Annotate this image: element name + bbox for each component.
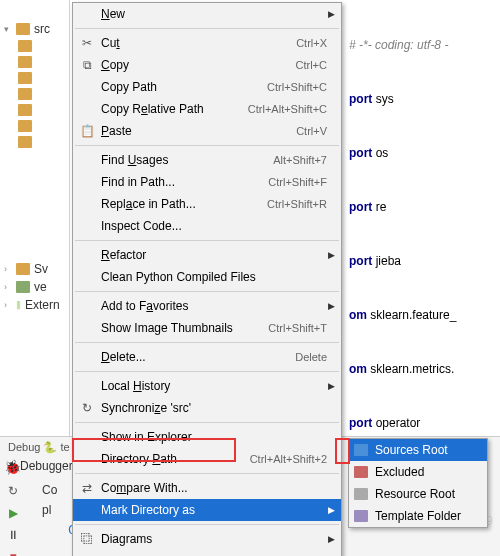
menu-find-in-path[interactable]: Find in Path...Ctrl+Shift+F bbox=[73, 171, 341, 193]
tree-item[interactable]: ›ve bbox=[0, 278, 69, 296]
menu-replace-in-path[interactable]: Replace in Path...Ctrl+Shift+R bbox=[73, 193, 341, 215]
project-tree[interactable]: ▾src ›Sv ›ve ›⦀Extern bbox=[0, 0, 70, 436]
menu-copy-path[interactable]: Copy PathCtrl+Shift+C bbox=[73, 76, 341, 98]
menu-add-favorites[interactable]: Add to Favorites▶ bbox=[73, 295, 341, 317]
menu-refactor[interactable]: Refactor▶ bbox=[73, 244, 341, 266]
menu-paste[interactable]: 📋PasteCtrl+V bbox=[73, 120, 341, 142]
menu-new[interactable]: New▶ bbox=[73, 3, 341, 25]
console-label: Co bbox=[42, 483, 57, 497]
menu-copy-relative-path[interactable]: Copy Relative PathCtrl+Alt+Shift+C bbox=[73, 98, 341, 120]
compare-icon: ⇄ bbox=[79, 481, 95, 495]
tree-item[interactable] bbox=[0, 118, 69, 134]
tree-folder-src[interactable]: ▾src bbox=[0, 20, 69, 38]
menu-compare-with[interactable]: ⇄Compare With... bbox=[73, 477, 341, 499]
tree-item[interactable] bbox=[0, 54, 69, 70]
submenu-resource-root[interactable]: Resource Root bbox=[349, 483, 487, 505]
menu-inspect-code[interactable]: Inspect Code... bbox=[73, 215, 341, 237]
console-label2: pl bbox=[42, 503, 51, 517]
copy-icon: ⧉ bbox=[79, 58, 95, 72]
debug-tab[interactable]: Debug 🐍 te bbox=[2, 439, 76, 456]
menu-synchronize[interactable]: ↻Synchronize 'src' bbox=[73, 397, 341, 419]
tree-item[interactable] bbox=[0, 102, 69, 118]
menu-show-thumbnails[interactable]: Show Image ThumbnailsCtrl+Shift+T bbox=[73, 317, 341, 339]
menu-local-history[interactable]: Local History▶ bbox=[73, 375, 341, 397]
submenu-mark-directory: Sources Root Excluded Resource Root Temp… bbox=[348, 438, 488, 528]
menu-diagrams[interactable]: ⿻Diagrams▶ bbox=[73, 528, 341, 550]
submenu-sources-root[interactable]: Sources Root bbox=[349, 439, 487, 461]
stop-button[interactable]: ■ bbox=[4, 549, 22, 556]
rerun-button[interactable]: ↻ bbox=[4, 483, 22, 499]
context-menu: New▶ ✂CutCtrl+X ⧉CopyCtrl+C Copy PathCtr… bbox=[72, 2, 342, 556]
folder-red-icon bbox=[354, 466, 368, 478]
tree-item[interactable]: ›Sv bbox=[0, 260, 69, 278]
submenu-excluded[interactable]: Excluded bbox=[349, 461, 487, 483]
tree-item[interactable] bbox=[0, 38, 69, 54]
menu-copy[interactable]: ⧉CopyCtrl+C bbox=[73, 54, 341, 76]
diagram-icon: ⿻ bbox=[79, 532, 95, 546]
paste-icon: 📋 bbox=[79, 124, 95, 138]
pause-button[interactable]: ⏸ bbox=[4, 527, 22, 543]
code-editor[interactable]: # -*- coding: utf-8 - port sys port os p… bbox=[345, 0, 500, 456]
scissors-icon: ✂ bbox=[79, 36, 95, 50]
sync-icon: ↻ bbox=[79, 401, 95, 415]
bug-icon: 🐞 bbox=[4, 459, 21, 475]
debugger-tab[interactable]: Debugger bbox=[20, 459, 73, 473]
menu-cut[interactable]: ✂CutCtrl+X bbox=[73, 32, 341, 54]
menu-show-in-explorer[interactable]: Show in Explorer bbox=[73, 426, 341, 448]
menu-delete[interactable]: Delete...Delete bbox=[73, 346, 341, 368]
menu-find-usages[interactable]: Find UsagesAlt+Shift+7 bbox=[73, 149, 341, 171]
menu-mark-directory-as[interactable]: Mark Directory as▶ bbox=[73, 499, 341, 521]
submenu-template-folder[interactable]: Template Folder bbox=[349, 505, 487, 527]
folder-grey-icon bbox=[354, 488, 368, 500]
menu-clean-python[interactable]: Clean Python Compiled Files bbox=[73, 266, 341, 288]
menu-directory-path[interactable]: Directory PathCtrl+Alt+Shift+2 bbox=[73, 448, 341, 470]
tree-item[interactable] bbox=[0, 70, 69, 86]
tree-item[interactable] bbox=[0, 134, 69, 150]
folder-purple-icon bbox=[354, 510, 368, 522]
folder-blue-icon bbox=[354, 444, 368, 456]
tree-item[interactable] bbox=[0, 86, 69, 102]
resume-button[interactable]: ▶ bbox=[4, 505, 22, 521]
menu-create-gist[interactable]: ◉Create Gist... bbox=[73, 550, 341, 556]
tree-item-external[interactable]: ›⦀Extern bbox=[0, 296, 69, 314]
